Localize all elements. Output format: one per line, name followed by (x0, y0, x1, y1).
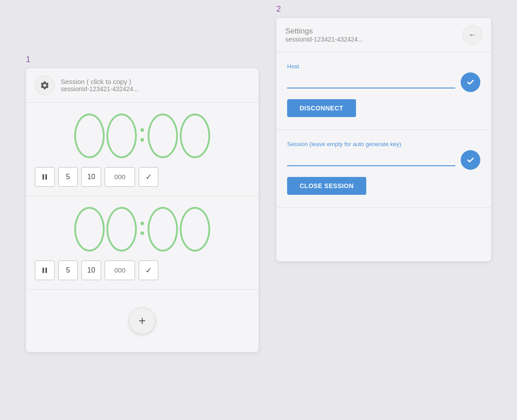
gear-button[interactable] (35, 76, 55, 95)
timer-display-1 (35, 113, 250, 158)
svg-rect-3 (46, 268, 47, 273)
num-5-button-1[interactable]: 5 (58, 167, 78, 187)
timer-hours-2 (74, 207, 137, 252)
check-button-1[interactable]: ✓ (139, 167, 158, 187)
timer-display-2 (35, 207, 250, 252)
session-info: Session ( click to copy ) sessionId-1234… (61, 78, 139, 92)
session-id: sessionId-123421-432424... (61, 85, 139, 92)
timer-digit-m4 (180, 207, 210, 252)
left-header: Session ( click to copy ) sessionId-1234… (26, 68, 258, 103)
colon-dot-top-2 (140, 222, 144, 225)
svg-rect-2 (42, 268, 44, 273)
host-confirm-button[interactable] (461, 72, 480, 92)
colon-dot-bottom-1 (140, 138, 144, 142)
settings-session-id: sessionId-123421-432424... (285, 36, 363, 43)
session-title: Session ( click to copy ) (61, 78, 139, 85)
timer-minutes-2 (148, 207, 210, 252)
svg-rect-0 (42, 174, 44, 180)
right-header-text: Settings sessionId-123421-432424... (285, 27, 363, 43)
pause-icon-1 (41, 173, 48, 181)
close-session-button[interactable]: CLOSE SESSION (287, 177, 366, 195)
timer-controls-1: 5 10 ✓ (35, 167, 250, 187)
left-panel-label: 1 (26, 55, 30, 64)
pause-icon-2 (41, 267, 48, 274)
session-field-row (287, 150, 480, 170)
pause-button-1[interactable] (35, 167, 55, 187)
session-confirm-button[interactable] (461, 150, 480, 170)
pause-button-2[interactable] (35, 260, 55, 280)
right-panel: Settings sessionId-123421-432424... ← Ho… (276, 18, 491, 261)
host-confirm-icon (466, 78, 475, 86)
add-timer-button[interactable]: + (129, 307, 156, 334)
timer-section-1: 5 10 ✓ (26, 103, 258, 196)
session-section: Session (leave empty for auto generate k… (276, 130, 491, 208)
timer-digit-m2 (180, 113, 210, 158)
svg-rect-1 (46, 174, 47, 180)
timer-digit-h2 (106, 113, 137, 158)
check-button-2[interactable]: ✓ (139, 260, 158, 280)
timer-digit-h3 (74, 207, 105, 252)
session-confirm-icon (466, 156, 475, 164)
back-button[interactable]: ← (462, 25, 482, 45)
timer-digit-h4 (106, 207, 137, 252)
session-input[interactable] (287, 154, 455, 166)
colon-dot-top-1 (140, 128, 144, 132)
num-10-button-2[interactable]: 10 (81, 260, 101, 280)
right-header: Settings sessionId-123421-432424... ← (276, 18, 491, 52)
timer-section-2: 5 10 ✓ (26, 196, 258, 290)
custom-input-2[interactable] (105, 260, 135, 280)
settings-title: Settings (285, 27, 363, 36)
right-panel-wrapper: 2 Settings sessionId-123421-432424... ← … (276, 18, 491, 261)
timer-minutes-1 (148, 113, 210, 158)
num-10-button-1[interactable]: 10 (81, 167, 101, 187)
host-field-row (287, 72, 480, 92)
gear-icon (40, 80, 50, 90)
session-field-label: Session (leave empty for auto generate k… (287, 141, 480, 147)
host-input[interactable] (287, 76, 455, 88)
timer-controls-2: 5 10 ✓ (35, 260, 250, 280)
left-panel-wrapper: 1 Session ( click to copy ) sessionId-12… (26, 68, 258, 352)
add-section: + (26, 290, 258, 352)
custom-input-1[interactable] (105, 167, 135, 187)
host-section: Host DISCONNECT (276, 52, 491, 130)
host-label: Host (287, 63, 480, 70)
timer-digit-m1 (148, 113, 178, 158)
timer-colon-2 (140, 222, 144, 237)
num-5-button-2[interactable]: 5 (58, 260, 78, 280)
timer-digit-m3 (148, 207, 178, 252)
timer-hours-1 (74, 113, 137, 158)
left-panel: Session ( click to copy ) sessionId-1234… (26, 68, 258, 352)
disconnect-button[interactable]: DISCONNECT (287, 99, 356, 117)
timer-colon-1 (140, 128, 144, 143)
empty-section (276, 208, 491, 261)
timer-digit-h1 (74, 113, 105, 158)
right-panel-label: 2 (276, 4, 281, 14)
colon-dot-bottom-2 (140, 231, 144, 235)
